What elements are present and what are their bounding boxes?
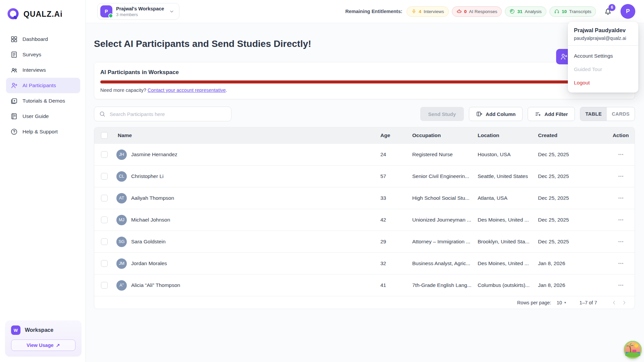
row-actions-button[interactable]: [615, 281, 627, 289]
row-checkbox[interactable]: [101, 151, 108, 158]
view-toggle-table[interactable]: TABLE: [580, 107, 607, 121]
filter-icon: [535, 111, 541, 117]
transcript-icon: [554, 9, 559, 14]
row-checkbox[interactable]: [101, 173, 108, 180]
participant-name: Jordan Morales: [131, 260, 167, 266]
row-actions-button[interactable]: [615, 150, 627, 159]
badge-label: Transcripts: [569, 9, 591, 14]
sidebar-item-label: Interviews: [22, 67, 46, 73]
table-row: AT Aaliyah Thompson 33 High School Socia…: [94, 187, 635, 209]
sidebar-item-dashboard[interactable]: Dashboard: [6, 32, 80, 47]
row-checkbox[interactable]: [101, 217, 108, 223]
workspace-card-title: Workspace: [25, 327, 53, 333]
ellipsis-icon: [617, 216, 625, 224]
avatar: A”: [116, 280, 127, 291]
row-actions-button[interactable]: [615, 194, 627, 202]
entitlement-badge: 10 Transcripts: [549, 6, 596, 17]
cell-occupation: Business Analyst, Agric...: [409, 260, 474, 266]
sidebar-item-help-support[interactable]: Help & Support: [6, 124, 80, 139]
table-pagination: Rows per page: 10 ▾ 1–7 of 7: [94, 296, 635, 309]
cell-age: 29: [377, 239, 409, 245]
send-study-button[interactable]: Send Study: [420, 107, 464, 121]
sidebar-item-label: Dashboard: [22, 36, 48, 42]
capacity-note-prefix: Need more capacity?: [100, 87, 148, 93]
search-icon: [99, 111, 106, 117]
column-header-age: Age: [377, 132, 409, 138]
person-plus-icon: [10, 82, 18, 89]
sidebar-item-label: Tutorials & Demos: [22, 98, 65, 104]
row-actions-button[interactable]: [615, 259, 627, 267]
cell-created: Jan 8, 2026: [535, 282, 607, 288]
sidebar-item-tutorials-demos[interactable]: Tutorials & Demos: [6, 93, 80, 109]
avatar: MJ: [116, 215, 127, 225]
cell-name: AT Aaliyah Thompson: [114, 193, 377, 203]
cell-age: 41: [377, 282, 409, 288]
user-avatar[interactable]: P: [621, 4, 635, 19]
cell-created: Jan 8, 2026: [535, 260, 607, 266]
contact-representative-link[interactable]: Contact your account representative: [148, 87, 226, 93]
participant-name: Christopher Li: [131, 173, 164, 179]
search-input[interactable]: [110, 111, 226, 117]
sidebar-item-ai-participants[interactable]: AI Participants: [6, 78, 80, 93]
row-checkbox[interactable]: [101, 282, 108, 289]
person-plus-icon: [560, 53, 568, 61]
row-actions-button[interactable]: [615, 216, 627, 224]
microphone-icon: [411, 9, 417, 14]
island-widget-button[interactable]: [624, 341, 642, 359]
cell-location: Des Moines, United ...: [474, 217, 535, 223]
row-checkbox[interactable]: [101, 238, 108, 245]
badge-label: AI Responses: [469, 9, 497, 14]
menu-item-logout[interactable]: Logout: [568, 80, 638, 86]
cell-occupation: Unionized Journeyman ...: [409, 217, 474, 223]
ellipsis-icon: [617, 194, 625, 202]
notifications-button[interactable]: 6: [603, 7, 612, 16]
notification-count-badge: 6: [608, 4, 615, 11]
cell-location: Brooklyn, United Sta...: [474, 239, 535, 245]
view-toggle-cards[interactable]: CARDS: [607, 107, 635, 121]
user-email: paudyalprajwal@qualz.ai: [574, 36, 632, 41]
cell-created: Dec 25, 2025: [535, 152, 607, 158]
ellipsis-icon: [617, 260, 625, 267]
cell-name: A” Alicia “Ali” Thompson: [114, 280, 377, 291]
cell-location: Seattle, United States: [474, 173, 535, 179]
brand-logo: QUALZ.Ai: [0, 0, 86, 21]
participant-name: Michael Johnson: [131, 217, 170, 223]
cell-name: JM Jordan Morales: [114, 258, 377, 269]
table-row: SG Sara Goldstein 29 Attorney – Immigrat…: [94, 231, 635, 252]
menu-item-guided-tour[interactable]: Guided Tour: [568, 66, 638, 72]
avatar: SG: [116, 237, 127, 247]
entitlement-badges: 4 Interviews 0 AI Responses 31 Analysis …: [407, 6, 596, 17]
view-usage-button[interactable]: View Usage ↗: [11, 340, 75, 351]
column-header-location: Location: [474, 132, 535, 138]
row-actions-button[interactable]: [615, 172, 627, 180]
sidebar-item-surveys[interactable]: Surveys: [6, 47, 80, 62]
cell-created: Dec 25, 2025: [535, 195, 607, 201]
row-actions-button[interactable]: [615, 238, 627, 246]
column-header-action: Action: [612, 132, 629, 138]
sidebar-item-user-guide[interactable]: User Guide: [6, 109, 80, 124]
add-filter-button[interactable]: Add Filter: [528, 107, 575, 121]
add-column-button[interactable]: Add Column: [469, 107, 523, 121]
rows-per-page-select[interactable]: 10 ▾: [556, 300, 566, 305]
table-row: A” Alicia “Ali” Thompson 41 7th-Grade En…: [94, 274, 635, 296]
search-box: [94, 107, 231, 121]
participant-name: Alicia “Ali” Thompson: [131, 282, 180, 288]
cell-occupation: Senior Civil Engineerin...: [409, 173, 474, 179]
previous-page-button[interactable]: [609, 298, 619, 308]
chevron-down-icon: [169, 9, 174, 14]
workspace-selector-avatar: P: [100, 5, 112, 17]
row-checkbox[interactable]: [101, 260, 108, 267]
user-dropdown-menu: Prajwal Paudyaldev paudyalprajwal@qualz.…: [568, 22, 638, 93]
sidebar-item-interviews[interactable]: Interviews: [6, 62, 80, 78]
column-header-created: Created: [535, 132, 607, 138]
workspace-selector[interactable]: P Prajwal's Workspace 3 members: [97, 3, 179, 20]
surveys-icon: [10, 51, 18, 58]
row-checkbox[interactable]: [101, 195, 108, 201]
select-all-checkbox[interactable]: [101, 132, 108, 139]
cell-occupation: 7th-Grade English Lang...: [409, 282, 474, 288]
cell-name: SG Sara Goldstein: [114, 237, 377, 247]
menu-item-account-settings[interactable]: Account Settings: [568, 53, 638, 59]
badge-count: 31: [517, 9, 522, 14]
next-page-button[interactable]: [619, 298, 629, 308]
capacity-note-suffix: .: [226, 87, 227, 93]
